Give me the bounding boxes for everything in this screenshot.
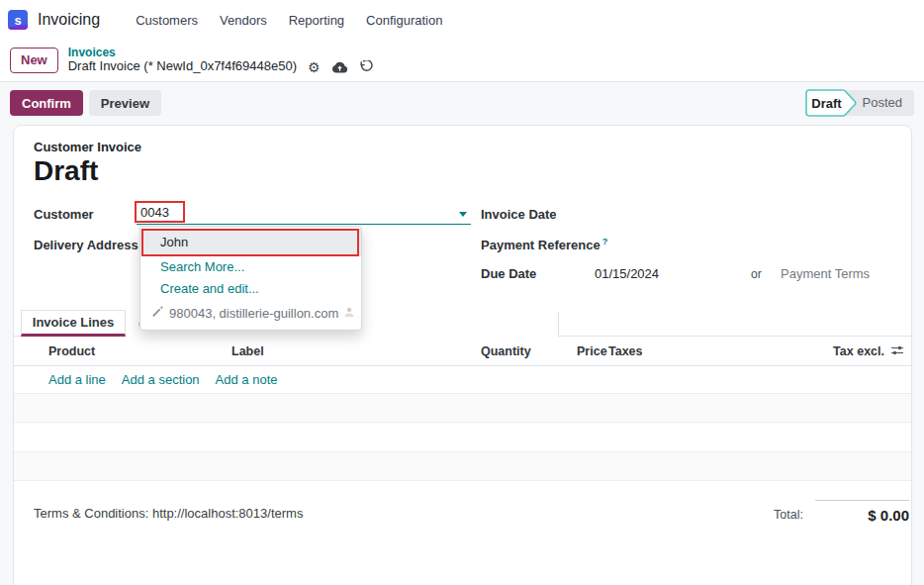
col-price: Price (577, 344, 607, 358)
or-label: or (751, 267, 762, 281)
customer-input[interactable]: 0043 (137, 203, 471, 225)
col-label: Label (231, 344, 264, 358)
status-bar: Confirm Preview Draft Posted (0, 88, 924, 118)
dropdown-suggestion[interactable]: 980043, distillerie-guillon.com (140, 300, 361, 326)
due-date-label: Due Date (481, 266, 536, 281)
col-product: Product (48, 344, 95, 358)
confirm-button[interactable]: Confirm (10, 90, 83, 116)
partner-avatar-icon (343, 306, 355, 321)
content-area: Confirm Preview Draft Posted Customer In… (0, 81, 924, 585)
invoice-form-card: Customer Invoice Draft Customer Delivery… (13, 125, 912, 585)
menu-customers[interactable]: Customers (136, 13, 198, 28)
payment-terms-input[interactable]: Payment Terms (781, 266, 870, 281)
col-quantity: Quantity (481, 344, 531, 358)
page-title: Draft (34, 155, 98, 187)
breadcrumb: Invoices Draft Invoice (* NewId_0x7f4f69… (68, 47, 373, 75)
stage-draft[interactable]: Draft (805, 89, 859, 117)
tab-invoice-lines[interactable]: Invoice Lines (21, 310, 126, 337)
empty-table-row (14, 394, 911, 423)
delivery-address-label: Delivery Address? (34, 237, 145, 252)
menu-configuration[interactable]: Configuration (366, 13, 442, 28)
adjust-columns-icon[interactable] (890, 344, 904, 359)
discard-undo-icon[interactable] (359, 60, 373, 73)
new-button[interactable]: New (10, 48, 58, 73)
breadcrumb-record-name: Draft Invoice (* NewId_0x7f4f69448e50) (68, 59, 297, 74)
empty-table-row (14, 423, 911, 452)
due-date-input[interactable]: 01/15/2024 (595, 266, 659, 281)
payment-reference-input[interactable] (595, 233, 792, 252)
chevron-down-icon[interactable] (459, 212, 467, 217)
add-a-section-link[interactable]: Add a section (122, 372, 200, 387)
customer-label: Customer (34, 207, 94, 222)
dropdown-search-more[interactable]: Search More... (140, 256, 361, 278)
menu-reporting[interactable]: Reporting (289, 13, 344, 28)
total-label: Total: (774, 500, 803, 522)
preview-button[interactable]: Preview (89, 90, 161, 116)
lines-table-header: Product Label Quantity Price Taxes Tax e… (14, 337, 911, 366)
app-logo-icon[interactable]: s (8, 10, 28, 30)
invoice-date-label: Invoice Date (481, 207, 557, 222)
total-value: $ 0.00 (815, 500, 909, 524)
customer-autocomplete-dropdown: John Search More... Create and edit... 9… (139, 226, 362, 331)
breadcrumb-invoices-link[interactable]: Invoices (68, 47, 373, 60)
app-name[interactable]: Invoicing (38, 11, 100, 29)
main-menu: Customers Vendors Reporting Configuratio… (136, 13, 442, 28)
totals: Total: $ 0.00 (774, 500, 909, 524)
gear-icon[interactable]: ⚙ (308, 60, 321, 74)
dropdown-item-john[interactable]: John (140, 229, 361, 256)
magic-wand-icon (151, 305, 164, 321)
add-row: Add a line Add a section Add a note (14, 366, 911, 394)
add-a-line-link[interactable]: Add a line (48, 372, 106, 387)
breadcrumb-row: New Invoices Draft Invoice (* NewId_0x7f… (0, 40, 924, 81)
add-a-note-link[interactable]: Add a note (216, 372, 278, 387)
terms-and-conditions: Terms & Conditions: http://localhost:801… (34, 506, 303, 521)
doc-type-label: Customer Invoice (34, 140, 141, 154)
dropdown-create-edit[interactable]: Create and edit... (140, 278, 361, 300)
stage-group: Draft Posted (805, 89, 914, 117)
dropdown-suggestion-text: 980043, distillerie-guillon.com (169, 306, 338, 321)
cloud-save-icon[interactable] (331, 61, 348, 73)
customer-input-value[interactable]: 0043 (140, 205, 169, 220)
invoice-date-input[interactable] (595, 203, 792, 223)
payment-reference-label: Payment Reference? (481, 237, 607, 252)
col-taxes: Taxes (608, 344, 643, 358)
menu-vendors[interactable]: Vendors (220, 13, 267, 28)
empty-table-row (14, 452, 911, 481)
top-navbar: s Invoicing Customers Vendors Reporting … (0, 0, 924, 40)
col-tax-excl: Tax excl. (833, 344, 884, 358)
